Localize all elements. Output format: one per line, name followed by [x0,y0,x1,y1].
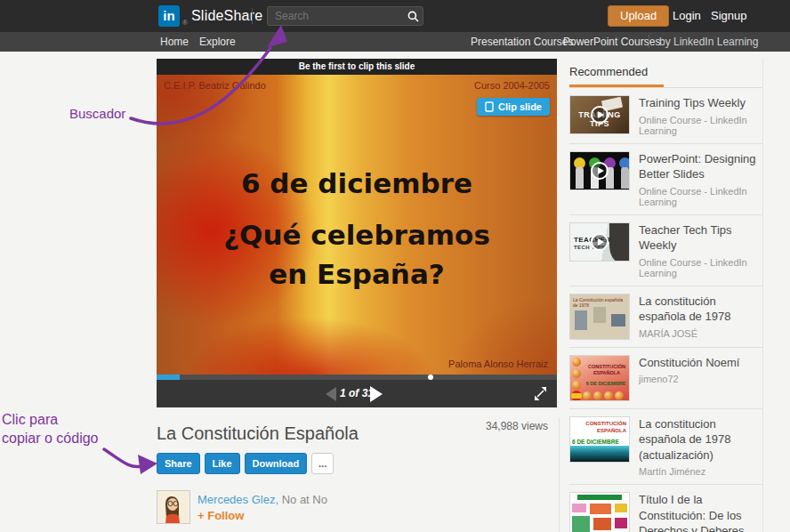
thumbnail-text: ESPAÑOLA [584,370,630,375]
slide-thumbnail[interactable]: La Constitución española de 1978 [569,294,630,340]
play-icon[interactable] [591,233,609,251]
recommended-title[interactable]: La constitucion española de 1978 (actual… [639,416,762,463]
recommended-subtitle: MARÍA JOSÉ [639,328,762,339]
author-section: Mercedes Glez, No at No + Follow [157,490,327,524]
recommended-title[interactable]: Título I de la Constitución: De los Dere… [639,492,762,532]
recommended-title[interactable]: Teacher Tech Tips Weekly [639,222,762,254]
slide-thumbnail[interactable]: CONSTITUCIÓN ESPAÑOLA 6 DE DICIEMBRE [569,355,630,401]
slide-title-line2: ¿Qué celebramos [157,219,557,251]
player-controls: 1 of 31 [157,380,557,407]
annotation-embed: Clic para copiar o código [2,410,99,447]
thumbnail-decoration [570,446,629,462]
slide-title-line1: 6 de diciembre [157,167,557,199]
recommended-item-constitucion-noemi[interactable]: CONSTITUCIÓN ESPAÑOLA 6 DE DICIEMBRE Con… [569,348,762,409]
secondary-navbar: Home Explore Presentation Courses PowerP… [0,32,790,52]
share-button[interactable]: Share [157,453,200,474]
nav-explore[interactable]: Explore [199,36,236,48]
play-icon[interactable] [591,106,609,124]
signup-button[interactable]: Signup [711,9,746,22]
slide-pagination: 1 of 31 [157,387,557,399]
clip-icon [485,101,494,112]
search-icon[interactable] [403,6,423,26]
thumbnail-text: CONSTITUCIÓN [573,421,626,426]
next-slide-button[interactable] [370,386,383,402]
thumbnail-text: 6 DE DICIEMBRE [582,381,630,386]
annotation-buscador: Buscador [69,106,125,121]
recommended-sidebar: Recommended TRAINING TIPS Training Tips … [569,59,763,532]
recommended-subtitle: Martín Jiménez [639,466,762,477]
recommended-item-constitucion-1978[interactable]: La Constitución española de 1978 La cons… [569,286,762,348]
recommended-title[interactable]: PowerPoint: Designing Better Slides [639,151,762,182]
download-button[interactable]: Download [245,453,308,474]
slide-school-text: C.E.I.P. Beatriz Galindo [164,80,266,91]
brand-divider [252,8,253,24]
recommended-item-powerpoint-slides[interactable]: PowerPoint: Designing Better Slides Onli… [569,144,762,215]
slide-author-text: Paloma Alonso Herraiz [448,359,548,369]
play-icon[interactable] [591,162,609,180]
nav-powerpoint-courses[interactable]: PowerPoint Courses [563,36,660,48]
author-name-link[interactable]: Mercedes Glez, [198,493,278,506]
clip-slide-button[interactable]: Clip slide [477,98,550,116]
slide-thumbnail[interactable]: CONSTITUCIÓN ESPAÑOLA 6 DE DICIEMBRE [569,416,630,463]
slideshare-page: in ® SlideShare Upload Login Signup Home… [0,0,790,532]
more-options-button[interactable]: ... [311,453,334,474]
recommended-item-training-tips[interactable]: TRAINING TIPS Training Tips Weekly Onlin… [569,88,762,144]
like-button[interactable]: Like [205,453,240,474]
thumbnail-text: ESPAÑOLA [573,428,626,433]
top-navbar: in ® SlideShare Upload Login Signup [0,0,790,32]
recommended-item-teacher-tech[interactable]: TEACHER TECH TIPS Teacher Tech Tips Week… [569,215,762,286]
slide-thumbnail[interactable] [569,492,630,532]
follow-button[interactable]: + Follow [198,509,327,522]
video-thumbnail[interactable] [569,151,630,190]
slide-title-line3: en España? [157,258,557,290]
slide-canvas[interactable]: C.E.I.P. Beatriz Galindo Curso 2004-2005… [157,75,557,375]
presentation-title: La Constitución Española [157,423,359,444]
search-input[interactable] [268,10,403,22]
nav-byline: by LinkedIn Learning [659,36,758,48]
registered-trademark: ® [182,19,188,27]
video-thumbnail[interactable]: TRAINING TIPS [569,95,630,134]
clip-banner: Be the first to clip this slide [157,59,557,75]
recommended-subtitle: Online Course - LinkedIn Learning [639,186,762,207]
linkedin-logo[interactable]: in [158,5,180,27]
thumbnail-text: 6 DE DICIEMBRE [572,439,619,445]
nav-divider [649,35,649,48]
search-box[interactable] [267,6,423,26]
slide-player: Be the first to clip this slide C.E.I.P.… [157,59,557,407]
nav-home[interactable]: Home [160,36,189,48]
recommended-title[interactable]: Constitución Noemí [639,355,762,371]
video-thumbnail[interactable]: TEACHER TECH TIPS [569,222,630,262]
recommended-subtitle: jimeno72 [639,374,762,384]
spain-flag-icon [571,391,582,401]
action-buttons: Share Like Download ... [157,453,334,474]
clip-slide-label: Clip slide [498,101,542,112]
author-info: Mercedes Glez, No at No + Follow [198,490,327,524]
author-affiliation: No at No [278,493,327,506]
column-divider [559,418,560,532]
upload-button[interactable]: Upload [608,5,669,27]
nav-presentation-courses[interactable]: Presentation Courses [471,36,573,48]
login-button[interactable]: Login [673,9,701,22]
recommended-item-constitucion-actualizacion[interactable]: CONSTITUCIÓN ESPAÑOLA 6 DE DICIEMBRE La … [569,409,762,486]
recommended-subtitle: Online Course - LinkedIn Learning [639,257,762,278]
recommended-title[interactable]: Training Tips Weekly [639,95,762,111]
thumbnail-decoration [609,223,630,262]
recommended-tab[interactable]: Recommended [569,59,648,78]
slide-course-text: Curso 2004-2005 [474,80,550,91]
fullscreen-icon[interactable] [534,387,547,404]
recommended-subtitle: Online Course - LinkedIn Learning [639,115,762,136]
thumbnail-text: CONSTITUCIÓN [584,364,630,369]
recommended-title[interactable]: La constitución española de 1978 [639,294,762,325]
avatar[interactable] [157,490,190,524]
recommended-item-titulo-i[interactable]: Título I de la Constitución: De los Dere… [569,485,762,532]
